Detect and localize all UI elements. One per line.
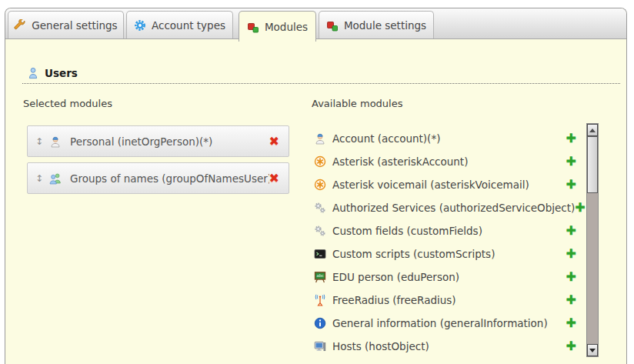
terminal-icon xyxy=(314,248,326,260)
available-module-row: Hosts (hostObject) ✚ xyxy=(314,335,576,358)
tab-label: Account types xyxy=(152,19,225,32)
module-label: Asterisk (asteriskAccount) xyxy=(332,155,566,168)
selected-modules-label: Selected modules xyxy=(23,98,112,109)
add-module-button[interactable]: ✚ xyxy=(566,155,576,168)
gears-icon xyxy=(314,225,326,237)
add-module-button[interactable]: ✚ xyxy=(566,340,576,352)
available-module-row: Custom fields (customFields) ✚ xyxy=(314,219,576,242)
asterisk-icon xyxy=(314,179,326,191)
add-module-button[interactable]: ✚ xyxy=(566,271,576,283)
available-modules-list: Account (account)(*) ✚ Asterisk (asteris… xyxy=(314,127,576,358)
arrow-down-icon xyxy=(589,349,596,352)
info-icon xyxy=(314,317,326,329)
section-divider xyxy=(22,83,620,84)
tab-label: Module settings xyxy=(344,19,426,32)
tab-bar: General settings Account types Modules M… xyxy=(5,8,626,39)
svg-text:abc: abc xyxy=(317,273,324,278)
selected-modules-list: ↕ Personal (inetOrgPerson)(*) ✖ ↕ Groups… xyxy=(27,125,289,199)
scrollbar-thumb[interactable] xyxy=(587,136,598,193)
remove-module-button[interactable]: ✖ xyxy=(269,172,279,185)
selected-module-row[interactable]: ↕ Groups of names (groupOfNamesUser) ✖ xyxy=(27,162,289,194)
available-module-row: Asterisk (asteriskAccount) ✚ xyxy=(314,150,576,173)
available-module-row: Account (account)(*) ✚ xyxy=(314,127,576,150)
drag-handle-icon[interactable]: ↕ xyxy=(35,136,49,147)
modules-icon xyxy=(247,21,259,33)
blackboard-icon: abc xyxy=(314,271,326,283)
arrow-up-icon xyxy=(589,129,596,132)
add-module-button[interactable]: ✚ xyxy=(566,179,576,191)
tab-general-settings[interactable]: General settings xyxy=(8,11,124,38)
add-module-button[interactable]: ✚ xyxy=(566,317,576,329)
gears-icon xyxy=(314,202,326,214)
tab-modules[interactable]: Modules xyxy=(239,11,316,42)
user-pawn-icon xyxy=(27,67,39,79)
available-modules-scrollbar[interactable] xyxy=(586,123,599,357)
person-icon xyxy=(314,132,326,145)
drag-handle-icon[interactable]: ↕ xyxy=(35,173,49,184)
modules-icon xyxy=(326,19,339,32)
module-label: Personal (inetOrgPerson)(*) xyxy=(70,135,269,148)
module-label: Hosts (hostObject) xyxy=(332,340,566,352)
tab-label: General settings xyxy=(32,19,117,32)
available-modules-label: Available modules xyxy=(312,98,402,109)
add-module-button[interactable]: ✚ xyxy=(566,294,576,306)
available-module-row: Authorized Services (authorizedServiceOb… xyxy=(314,196,576,219)
module-label: Asterisk voicemail (asteriskVoicemail) xyxy=(332,179,566,191)
module-label: Account (account)(*) xyxy=(332,132,566,145)
available-module-row: Custom scripts (customScripts) ✚ xyxy=(314,242,576,265)
module-label: Groups of names (groupOfNamesUser) xyxy=(70,172,269,185)
add-module-button[interactable]: ✚ xyxy=(566,248,576,260)
module-label: Custom scripts (customScripts) xyxy=(332,248,566,260)
module-label: Authorized Services (authorizedServiceOb… xyxy=(332,202,575,214)
module-label: General information (generalInformation) xyxy=(332,317,566,329)
config-panel: General settings Account types Modules M… xyxy=(5,8,627,364)
available-module-row: FreeRadius (freeRadius) ✚ xyxy=(314,289,576,312)
module-label: FreeRadius (freeRadius) xyxy=(332,294,566,306)
remove-module-button[interactable]: ✖ xyxy=(269,135,279,148)
group-icon xyxy=(49,172,62,185)
scroll-down-button[interactable] xyxy=(587,344,598,356)
asterisk-icon xyxy=(314,155,326,168)
users-section-heading: Users xyxy=(27,67,78,79)
host-icon xyxy=(314,340,326,352)
scroll-up-button[interactable] xyxy=(587,124,598,136)
add-module-button[interactable]: ✚ xyxy=(566,225,576,237)
antenna-icon xyxy=(314,294,326,306)
module-label: EDU person (eduPerson) xyxy=(332,271,566,283)
section-title: Users xyxy=(45,67,78,79)
module-label: Custom fields (customFields) xyxy=(332,225,566,237)
available-module-row: General information (generalInformation)… xyxy=(314,312,576,335)
add-module-button[interactable]: ✚ xyxy=(566,132,576,145)
available-module-row: Asterisk voicemail (asteriskVoicemail) ✚ xyxy=(314,173,576,196)
add-module-button[interactable]: ✚ xyxy=(575,202,585,214)
wrench-icon xyxy=(14,19,26,32)
person-icon xyxy=(49,135,62,148)
gear-icon xyxy=(134,19,146,32)
tab-label: Modules xyxy=(265,21,308,33)
tab-module-settings[interactable]: Module settings xyxy=(319,11,434,38)
available-module-row: abc EDU person (eduPerson) ✚ xyxy=(314,265,576,289)
tab-account-types[interactable]: Account types xyxy=(126,11,233,38)
selected-module-row[interactable]: ↕ Personal (inetOrgPerson)(*) ✖ xyxy=(27,125,289,157)
